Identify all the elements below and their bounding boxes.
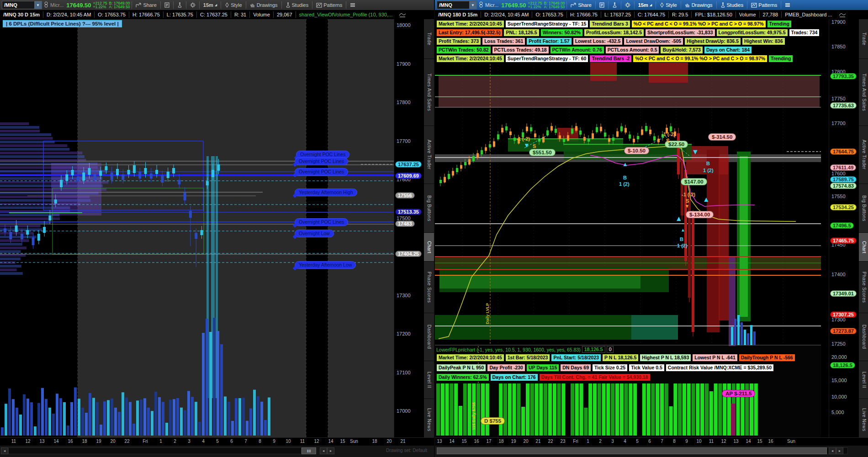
chart-window-right: /MNQ ▼ Micr... 17649.50 +212.75+1.22% B:… — [434, 0, 868, 457]
time-label: 14 — [746, 439, 751, 444]
sidebar-tab-level-ii[interactable]: Level II — [859, 361, 868, 399]
chart-area-right[interactable]: Market Time: 2/2/2024:10:45SuperTrendRan… — [435, 19, 868, 437]
link-icon[interactable] — [44, 1, 48, 9]
price-bubble: 17496.5 — [830, 222, 854, 229]
sidebar-tab-phase-scores[interactable]: Phase Scores — [859, 262, 868, 313]
time-label: Fri — [143, 439, 148, 444]
sidebar-tab-live-news[interactable]: Live News — [424, 399, 434, 441]
menu-button[interactable] — [348, 1, 357, 9]
time-label: 9 — [273, 439, 275, 444]
timeframe-button[interactable]: 15m◢ — [636, 1, 654, 9]
price-bubble: 17273.87 — [830, 328, 857, 334]
study-label[interactable]: PMEB_Dashboard ... — [782, 11, 835, 18]
flask-icon — [612, 2, 617, 8]
study-toggle-icon[interactable] — [836, 11, 849, 18]
time-label: 15 — [340, 439, 345, 444]
axis-tick: 17550 — [831, 194, 846, 199]
patterns-button[interactable]: Patterns — [749, 1, 779, 9]
settings-button[interactable] — [188, 1, 197, 9]
note-icon — [164, 2, 169, 8]
scroll-step-right[interactable]: ▸ — [836, 447, 843, 454]
price-bubble: 17793.35 — [830, 73, 857, 79]
style-button[interactable]: Style — [223, 1, 243, 9]
settings-button[interactable] — [623, 1, 632, 9]
notes-button[interactable] — [163, 1, 171, 9]
time-label: 15 — [757, 439, 762, 444]
axis-tick: 10,000 — [831, 394, 847, 399]
symbol-dropdown-caret-icon[interactable]: ▼ — [34, 1, 42, 9]
scroll-step-right[interactable]: ▸ — [327, 447, 334, 454]
patterns-icon — [751, 3, 757, 8]
sidebar-tab-trade[interactable]: Trade — [859, 19, 868, 59]
price-bubble: 17513.35 — [395, 209, 422, 215]
sidebar-tab-level-ii[interactable]: Level II — [424, 361, 434, 399]
drawing-set-hint: Drawing set: Default — [386, 448, 427, 453]
last-price: 17649.50 — [66, 2, 91, 9]
scroll-step-left[interactable]: ◂ — [320, 447, 327, 454]
tests-button[interactable] — [610, 1, 619, 9]
style-button[interactable]: Style — [658, 1, 678, 9]
sidebar-tab-chart[interactable]: Chart — [859, 233, 868, 262]
flask-icon — [177, 2, 182, 8]
axis-tick: 17200 — [397, 331, 411, 336]
price-axis-right[interactable]: 1790017850178001775017700176001755017450… — [829, 19, 859, 437]
study-toggle-icon[interactable] — [396, 11, 409, 18]
scroll-step-left[interactable]: ◂ — [829, 447, 836, 454]
time-label: 21 — [400, 439, 405, 444]
study-label[interactable]: shared_ViewOfVolume_Profile (10, 930,... — [296, 11, 396, 18]
sidebar-tab-times-and-sales[interactable]: Times And Sales — [859, 59, 868, 126]
symbol-input[interactable]: /MNQ ▼ — [437, 1, 477, 9]
tests-button[interactable] — [175, 1, 184, 9]
time-label: 18 — [498, 439, 503, 444]
price-change: +212.75+1.22% — [528, 1, 542, 9]
sidebar-tab-dashboard[interactable]: Dashboard — [859, 313, 868, 361]
time-label: 3 — [188, 439, 191, 444]
time-axis-left[interactable]: 111213141618192022Fri1234567891011121415… — [0, 437, 434, 446]
scroll-left-button[interactable]: ◂ — [1, 447, 8, 454]
time-axis-right[interactable]: 1314151617181920212223Fri123456789101112… — [435, 437, 868, 446]
symbol-dropdown-caret-icon[interactable]: ▼ — [469, 1, 476, 9]
axis-tick: 5,000 — [831, 410, 844, 415]
menu-button[interactable] — [783, 1, 792, 9]
axis-tick: 17800 — [397, 100, 411, 105]
symbol-input[interactable]: /MNQ ▼ — [2, 1, 42, 9]
bottom-scrollbar-left[interactable]: ◂ ▮▮ ◂ ▸ Drawing set: Default — [0, 446, 434, 457]
time-label: 13 — [39, 439, 44, 444]
sidebar-tab-chart[interactable]: Chart — [424, 233, 434, 262]
link-icon[interactable] — [479, 1, 483, 9]
sidebar-tab-big-buttons[interactable]: Big Buttons — [424, 184, 434, 233]
sidebar-tab-phase-scores[interactable]: Phase Scores — [424, 262, 434, 313]
sidebar-tab-active-trader[interactable]: Active Trader — [424, 126, 434, 184]
share-button[interactable]: Share — [569, 1, 593, 9]
price-change: +212.75+1.22% — [93, 1, 107, 9]
sidebar-tab-dashboard[interactable]: Dashboard — [424, 313, 434, 361]
sidebar-tab-active-trader[interactable]: Active Trader — [859, 126, 868, 184]
time-label: Sun — [787, 439, 795, 444]
time-label: 14 — [328, 439, 333, 444]
axis-tick: 17700 — [397, 138, 411, 144]
sidebar-tab-trade[interactable]: Trade — [424, 19, 434, 59]
scroll-handle[interactable] — [437, 447, 827, 454]
price-bubble: 18,126.5 — [830, 362, 855, 368]
time-label: 21 — [535, 439, 540, 444]
studies-button[interactable]: Studies — [719, 1, 746, 9]
studies-button[interactable]: Studies — [284, 1, 311, 9]
notes-button[interactable] — [598, 1, 606, 9]
drawings-button[interactable]: Drawings — [248, 1, 280, 9]
price-axis-left[interactable]: 1800017900178001770017600175001730017200… — [394, 19, 424, 437]
bottom-scrollbar-right[interactable]: ◂ ▸ — [435, 446, 868, 457]
drawings-button[interactable]: Drawings — [683, 1, 715, 9]
sidebar-tab-big-buttons[interactable]: Big Buttons — [859, 184, 868, 233]
patterns-button[interactable]: Patterns — [314, 1, 344, 9]
sidebar-tab-live-news[interactable]: Live News — [859, 399, 868, 441]
left-chart-canvas — [0, 19, 394, 437]
time-label: 11 — [11, 439, 16, 444]
share-button[interactable]: Share — [134, 1, 158, 9]
chart-area-left[interactable]: | 6 DPLs (Difficult Price Lines) ?--- 95… — [0, 19, 434, 437]
time-label: 1 — [587, 439, 589, 444]
scroll-track[interactable] — [8, 447, 302, 454]
timeframe-button[interactable]: 15m◢ — [201, 1, 219, 9]
axis-tick: 17900 — [397, 61, 411, 67]
sidebar-tab-times-and-sales[interactable]: Times And Sales — [424, 59, 434, 126]
scroll-handle[interactable]: ▮▮ — [302, 447, 316, 454]
